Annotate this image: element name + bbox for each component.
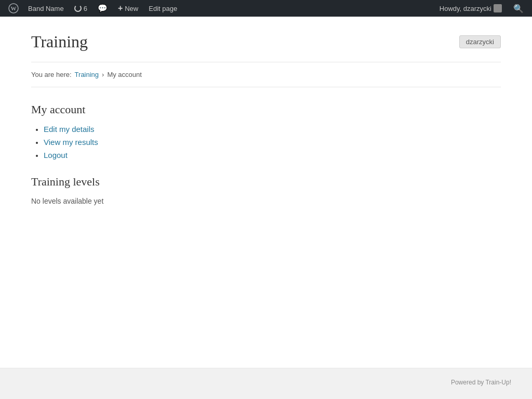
my-account-section: My account Edit my details View my resul…: [31, 87, 501, 205]
list-item: View my results: [44, 138, 501, 147]
list-item: Edit my details: [44, 125, 501, 134]
admin-bar-left: W Band Name 6 💬 + New Edit page: [4, 0, 434, 17]
breadcrumb-you-are-here: You are here:: [31, 71, 72, 78]
logout-link[interactable]: Logout: [44, 151, 68, 159]
training-levels-heading: Training levels: [31, 175, 501, 189]
comment-icon: 💬: [98, 4, 108, 13]
admin-bar-right: Howdy, dzarzycki 🔍: [434, 0, 528, 17]
main-wrapper: Training dzarzycki You are here: Trainin…: [0, 17, 532, 368]
update-count-text: 6: [84, 5, 87, 12]
search-button[interactable]: 🔍: [509, 0, 528, 17]
user-menu-button[interactable]: Howdy, dzarzycki: [434, 0, 507, 17]
comments-button[interactable]: 💬: [92, 0, 113, 17]
user-badge[interactable]: dzarzycki: [459, 35, 501, 48]
search-icon: 🔍: [513, 4, 524, 14]
site-name-link[interactable]: Band Name: [23, 0, 69, 17]
page-title: Training: [31, 32, 88, 51]
refresh-icon: [74, 5, 82, 12]
list-item: Logout: [44, 151, 501, 159]
my-account-heading: My account: [31, 103, 501, 116]
training-levels-section: Training levels No levels available yet: [31, 175, 501, 205]
wp-logo-button[interactable]: W: [4, 0, 23, 17]
breadcrumb-separator: ›: [102, 71, 104, 78]
breadcrumb-current: My account: [107, 71, 141, 78]
edit-my-details-link[interactable]: Edit my details: [44, 125, 95, 134]
updates-button[interactable]: 6: [69, 0, 92, 17]
breadcrumb: You are here: Training › My account: [31, 62, 501, 87]
new-label: New: [125, 5, 138, 12]
account-links-list: Edit my details View my results Logout: [31, 125, 501, 159]
plus-icon: +: [118, 4, 123, 13]
admin-bar: W Band Name 6 💬 + New Edit page Howdy, d…: [0, 0, 532, 17]
powered-by-text: Powered by Train-Up!: [451, 379, 511, 386]
new-button[interactable]: + New: [113, 0, 143, 17]
page-title-area: Training dzarzycki: [31, 32, 501, 62]
howdy-text: Howdy, dzarzycki: [440, 5, 491, 12]
user-avatar: [494, 4, 502, 12]
edit-page-button[interactable]: Edit page: [143, 0, 182, 17]
no-levels-message: No levels available yet: [31, 197, 501, 205]
footer: Powered by Train-Up!: [0, 368, 532, 396]
edit-page-label: Edit page: [149, 5, 177, 12]
site-name-text: Band Name: [28, 5, 64, 12]
breadcrumb-training-link[interactable]: Training: [75, 71, 99, 78]
content-area: Training dzarzycki You are here: Trainin…: [0, 17, 532, 226]
view-my-results-link[interactable]: View my results: [44, 138, 98, 147]
svg-text:W: W: [11, 5, 17, 11]
